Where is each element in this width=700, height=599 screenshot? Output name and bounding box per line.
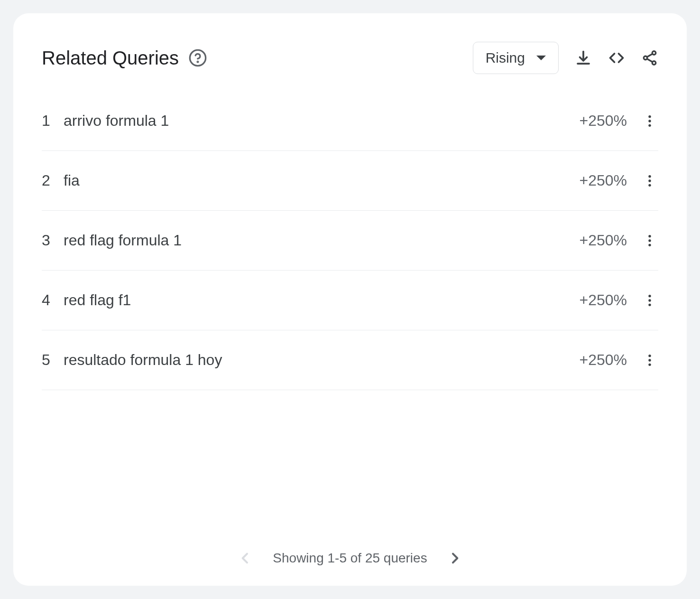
svg-point-12: [648, 184, 651, 186]
share-icon[interactable]: [641, 49, 658, 66]
svg-line-5: [647, 54, 652, 57]
svg-point-8: [648, 120, 651, 122]
svg-point-19: [648, 355, 651, 357]
more-vert-icon[interactable]: [641, 352, 658, 369]
prev-page-button: [237, 550, 254, 567]
svg-point-15: [648, 243, 651, 246]
list-item[interactable]: 2 fia +250%: [42, 151, 658, 211]
query-value: +250%: [579, 112, 627, 130]
list-item[interactable]: 1 arrivo formula 1 +250%: [42, 112, 658, 151]
related-queries-card: Related Queries Rising: [13, 13, 687, 586]
embed-icon[interactable]: [608, 49, 625, 66]
sort-dropdown[interactable]: Rising: [473, 42, 559, 74]
svg-point-18: [648, 303, 651, 306]
query-text: fia: [64, 172, 579, 189]
svg-point-20: [648, 359, 651, 361]
svg-line-6: [647, 59, 652, 62]
header-right: Rising: [473, 42, 658, 74]
svg-point-10: [648, 175, 651, 178]
query-value: +250%: [579, 351, 627, 369]
more-vert-icon[interactable]: [641, 232, 658, 249]
pagination-footer: Showing 1-5 of 25 queries: [42, 521, 658, 567]
svg-point-14: [648, 239, 651, 242]
svg-point-21: [648, 363, 651, 365]
next-page-button[interactable]: [446, 550, 463, 567]
list-item[interactable]: 4 red flag f1 +250%: [42, 271, 658, 330]
download-icon[interactable]: [575, 49, 592, 66]
query-text: red flag formula 1: [64, 232, 579, 249]
more-vert-icon[interactable]: [641, 112, 658, 130]
svg-point-7: [648, 115, 651, 118]
svg-point-16: [648, 295, 651, 297]
list-item[interactable]: 5 resultado formula 1 hoy +250%: [42, 330, 658, 390]
rank: 5: [42, 351, 64, 369]
query-value: +250%: [579, 172, 627, 189]
query-list: 1 arrivo formula 1 +250% 2 fia +250% 3 r…: [42, 112, 658, 521]
rank: 2: [42, 172, 64, 189]
list-item[interactable]: 3 red flag formula 1 +250%: [42, 211, 658, 271]
query-text: resultado formula 1 hoy: [64, 351, 579, 369]
svg-point-1: [197, 62, 198, 63]
header-left: Related Queries: [42, 47, 207, 69]
card-title: Related Queries: [42, 47, 179, 69]
query-value: +250%: [579, 232, 627, 249]
dropdown-label: Rising: [486, 50, 525, 66]
svg-point-11: [648, 179, 651, 182]
svg-point-9: [648, 124, 651, 126]
rank: 4: [42, 291, 64, 309]
more-vert-icon[interactable]: [641, 292, 658, 309]
query-text: red flag f1: [64, 291, 579, 309]
rank: 3: [42, 232, 64, 249]
chevron-down-icon: [536, 56, 546, 60]
svg-point-13: [648, 235, 651, 237]
pagination-text: Showing 1-5 of 25 queries: [273, 551, 427, 566]
query-value: +250%: [579, 291, 627, 309]
more-vert-icon[interactable]: [641, 172, 658, 189]
rank: 1: [42, 112, 64, 130]
help-icon[interactable]: [188, 48, 207, 67]
card-header: Related Queries Rising: [42, 42, 658, 74]
svg-point-17: [648, 299, 651, 301]
query-text: arrivo formula 1: [64, 112, 579, 130]
